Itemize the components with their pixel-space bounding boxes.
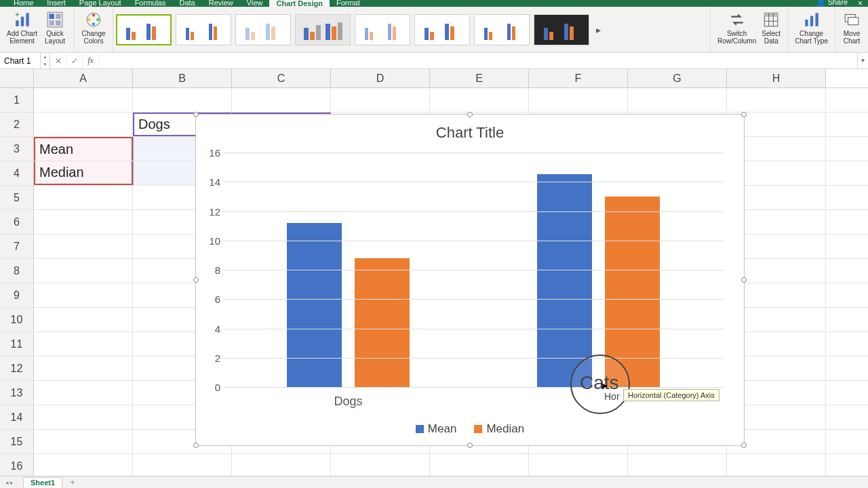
- tab-format[interactable]: Format: [330, 0, 367, 7]
- col-D[interactable]: D: [331, 69, 430, 87]
- cell-H16[interactable]: [727, 454, 826, 476]
- close-icon[interactable]: ×: [858, 0, 863, 8]
- switch-row-column-button[interactable]: Switch Row/Column: [715, 9, 759, 46]
- cell-B1[interactable]: [133, 88, 232, 112]
- row-6[interactable]: 6: [0, 210, 34, 234]
- chart-legend[interactable]: Mean Median: [196, 422, 744, 436]
- bar-median-dogs[interactable]: [355, 258, 410, 387]
- cell-E1[interactable]: [430, 88, 529, 112]
- resize-handle[interactable]: [467, 443, 473, 448]
- chart-style-4[interactable]: [295, 14, 351, 45]
- tab-insert[interactable]: Insert: [40, 0, 73, 7]
- chart-title[interactable]: Chart Title: [196, 115, 744, 142]
- row-13[interactable]: 13: [0, 381, 34, 405]
- chart-style-7[interactable]: [474, 14, 530, 45]
- row-8[interactable]: 8: [0, 259, 34, 283]
- cell-A9[interactable]: [34, 283, 133, 307]
- cell-A2[interactable]: [34, 113, 133, 136]
- cell-A10[interactable]: [34, 308, 133, 331]
- col-C[interactable]: C: [232, 69, 331, 87]
- worksheet[interactable]: A B C D E F G H 12DogsCats3Mean4Median56…: [0, 69, 868, 476]
- cell-F16[interactable]: [529, 454, 628, 476]
- resize-handle[interactable]: [741, 443, 747, 448]
- cell-B16[interactable]: [133, 454, 232, 476]
- resize-handle[interactable]: [741, 277, 747, 283]
- change-colors-button[interactable]: Change Colors: [79, 9, 108, 46]
- cell-A11[interactable]: [34, 332, 133, 356]
- select-data-button[interactable]: Select Data: [759, 9, 783, 46]
- legend-item-mean[interactable]: Mean: [416, 422, 457, 436]
- tab-review[interactable]: Review: [202, 0, 240, 7]
- resize-handle[interactable]: [467, 112, 473, 117]
- add-chart-element-button[interactable]: + Add Chart Element: [4, 9, 40, 46]
- xlabel[interactable]: Dogs: [334, 394, 362, 409]
- formula-input[interactable]: [99, 53, 857, 68]
- move-chart-button[interactable]: Move Chart: [840, 9, 864, 46]
- cell-A12[interactable]: [34, 357, 133, 380]
- add-sheet-button[interactable]: +: [66, 478, 79, 487]
- cell-A16[interactable]: [34, 454, 133, 476]
- cell-D1[interactable]: [331, 88, 430, 112]
- col-A[interactable]: A: [34, 69, 133, 87]
- resize-handle[interactable]: [741, 112, 747, 117]
- cell-G16[interactable]: [628, 454, 727, 476]
- chart-style-3[interactable]: [235, 14, 291, 45]
- bar-mean-cats[interactable]: [537, 174, 592, 387]
- name-box[interactable]: Chart 1: [0, 53, 41, 68]
- row-7[interactable]: 7: [0, 235, 34, 258]
- sheet-tab[interactable]: Sheet1: [23, 477, 62, 487]
- cell-C16[interactable]: [232, 454, 331, 476]
- row-11[interactable]: 11: [0, 332, 34, 356]
- cell-A15[interactable]: [34, 430, 133, 453]
- cell-C1[interactable]: [232, 88, 331, 112]
- col-B[interactable]: B: [133, 69, 232, 87]
- sheet-nav-icon[interactable]: ◂ ▸: [0, 479, 19, 486]
- formula-bar-expand-icon[interactable]: ▼: [857, 53, 868, 68]
- name-box-dropdown[interactable]: ▲▼: [41, 53, 50, 68]
- chart-style-8[interactable]: [534, 14, 589, 45]
- bar-mean-dogs[interactable]: [287, 223, 342, 387]
- chart-style-6[interactable]: [414, 14, 470, 45]
- cell-A3[interactable]: Mean: [34, 137, 133, 161]
- embedded-chart[interactable]: Chart Title Dogs 0246810121416 Mean Medi…: [195, 114, 745, 446]
- col-H[interactable]: H: [727, 69, 826, 87]
- col-F[interactable]: F: [529, 69, 628, 87]
- cell-A7[interactable]: [34, 235, 133, 258]
- chart-style-2[interactable]: [176, 14, 231, 45]
- tab-home[interactable]: Home: [7, 0, 40, 7]
- row-12[interactable]: 12: [0, 357, 34, 380]
- share-button[interactable]: 👤 Share: [816, 0, 848, 7]
- col-G[interactable]: G: [628, 69, 727, 87]
- tab-formulas[interactable]: Formulas: [128, 0, 173, 7]
- row-9[interactable]: 9: [0, 283, 34, 307]
- cell-A1[interactable]: [34, 88, 133, 112]
- row-14[interactable]: 14: [0, 405, 34, 429]
- cell-H1[interactable]: [727, 88, 826, 112]
- fx-icon[interactable]: fx: [83, 53, 99, 68]
- bar-median-cats[interactable]: [605, 197, 660, 387]
- row-5[interactable]: 5: [0, 186, 34, 209]
- resize-handle[interactable]: [193, 112, 199, 117]
- cancel-formula-icon[interactable]: ✕: [50, 53, 66, 68]
- cell-E16[interactable]: [430, 454, 529, 476]
- tab-view[interactable]: View: [240, 0, 270, 7]
- row-10[interactable]: 10: [0, 308, 34, 331]
- change-chart-type-button[interactable]: Change Chart Type: [792, 9, 831, 46]
- cell-D16[interactable]: [331, 454, 430, 476]
- resize-handle[interactable]: [193, 277, 199, 283]
- tab-data[interactable]: Data: [172, 0, 201, 7]
- row-15[interactable]: 15: [0, 430, 34, 453]
- cell-A6[interactable]: [34, 210, 133, 234]
- cell-A13[interactable]: [34, 381, 133, 405]
- quick-layout-button[interactable]: Quick Layout: [40, 9, 70, 46]
- row-2[interactable]: 2: [0, 113, 34, 136]
- legend-item-median[interactable]: Median: [474, 422, 524, 436]
- cell-A5[interactable]: [34, 186, 133, 209]
- col-E[interactable]: E: [430, 69, 529, 87]
- gallery-more-icon[interactable]: ▸: [593, 24, 603, 35]
- cell-G1[interactable]: [628, 88, 727, 112]
- plot-area[interactable]: Dogs 0246810121416: [223, 152, 724, 387]
- cell-A4[interactable]: Median: [34, 161, 133, 185]
- tab-page-layout[interactable]: Page Layout: [73, 0, 128, 7]
- cell-F1[interactable]: [529, 88, 628, 112]
